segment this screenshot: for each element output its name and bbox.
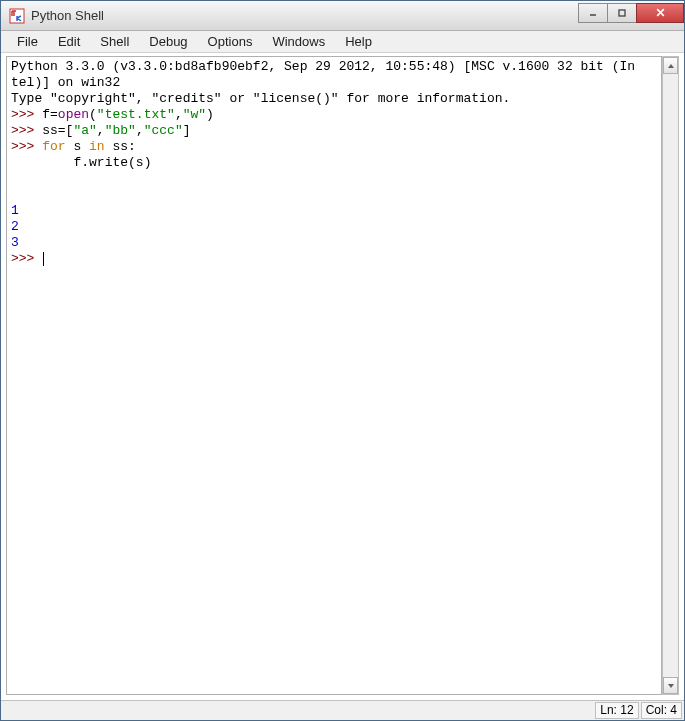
- code-text: f=: [42, 107, 58, 122]
- code-builtin: open: [58, 107, 89, 122]
- menu-options[interactable]: Options: [198, 32, 263, 51]
- svg-marker-6: [668, 684, 674, 688]
- minimize-button[interactable]: [578, 3, 608, 23]
- code-text: ]: [183, 123, 191, 138]
- svg-rect-2: [619, 10, 625, 16]
- code-text: ,: [136, 123, 144, 138]
- statusbar: Ln: 12 Col: 4: [1, 700, 684, 720]
- code-text: ,: [97, 123, 105, 138]
- prompt: >>>: [11, 107, 42, 122]
- code-text: ss=[: [42, 123, 73, 138]
- status-line: Ln: 12: [595, 702, 638, 719]
- menu-help[interactable]: Help: [335, 32, 382, 51]
- prompt: >>>: [11, 139, 42, 154]
- titlebar[interactable]: Python Shell: [1, 1, 684, 31]
- code-text: ss:: [105, 139, 136, 154]
- code-string: "test.txt": [97, 107, 175, 122]
- code-keyword: in: [89, 139, 105, 154]
- menu-debug[interactable]: Debug: [139, 32, 197, 51]
- banner-line: Type "copyright", "credits" or "license(…: [11, 91, 510, 106]
- output-line: 2: [11, 219, 19, 234]
- banner-line: Python 3.3.0 (v3.3.0:bd8afb90ebf2, Sep 2…: [11, 59, 635, 74]
- scroll-track[interactable]: [663, 74, 678, 677]
- scroll-down-button[interactable]: [663, 677, 678, 694]
- content-area: Python 3.3.0 (v3.3.0:bd8afb90ebf2, Sep 2…: [1, 53, 684, 700]
- code-keyword: for: [42, 139, 65, 154]
- code-text: ,: [175, 107, 183, 122]
- svg-marker-5: [668, 64, 674, 68]
- code-text: f.write(s): [73, 155, 151, 170]
- prompt: >>>: [11, 251, 42, 266]
- output-line: 1: [11, 203, 19, 218]
- code-text: ): [206, 107, 214, 122]
- code-indent: [11, 155, 73, 170]
- scroll-up-button[interactable]: [663, 57, 678, 74]
- status-col: Col: 4: [641, 702, 682, 719]
- shell-editor[interactable]: Python 3.3.0 (v3.3.0:bd8afb90ebf2, Sep 2…: [6, 56, 662, 695]
- menubar: File Edit Shell Debug Options Windows He…: [1, 31, 684, 53]
- code-text: s: [66, 139, 89, 154]
- menu-shell[interactable]: Shell: [90, 32, 139, 51]
- app-icon: [9, 8, 25, 24]
- window-title: Python Shell: [31, 8, 579, 23]
- prompt: >>>: [11, 123, 42, 138]
- code-string: "w": [183, 107, 206, 122]
- close-button[interactable]: [636, 3, 684, 23]
- output-line: 3: [11, 235, 19, 250]
- code-string: "ccc": [144, 123, 183, 138]
- text-cursor: [43, 252, 44, 266]
- code-string: "a": [73, 123, 96, 138]
- code-string: "bb": [105, 123, 136, 138]
- menu-windows[interactable]: Windows: [262, 32, 335, 51]
- python-shell-window: Python Shell File Edit Shell Debug Optio…: [0, 0, 685, 721]
- menu-edit[interactable]: Edit: [48, 32, 90, 51]
- blank-line: [11, 187, 19, 202]
- window-controls: [579, 3, 684, 23]
- maximize-button[interactable]: [607, 3, 637, 23]
- vertical-scrollbar[interactable]: [662, 56, 679, 695]
- menu-file[interactable]: File: [7, 32, 48, 51]
- code-text: (: [89, 107, 97, 122]
- banner-line: tel)] on win32: [11, 75, 120, 90]
